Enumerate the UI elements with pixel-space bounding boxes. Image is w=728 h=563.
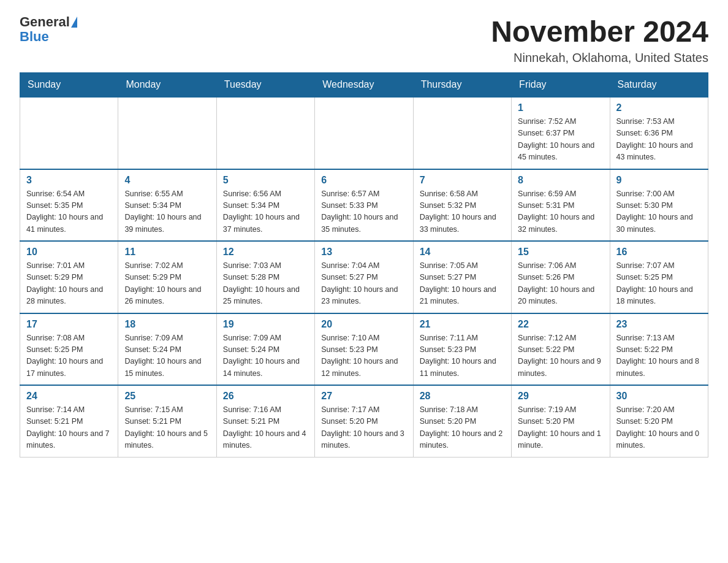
day-info: Sunrise: 6:56 AMSunset: 5:34 PMDaylight:… xyxy=(223,190,300,234)
day-info: Sunrise: 7:03 AMSunset: 5:28 PMDaylight:… xyxy=(223,261,300,305)
month-title: November 2024 xyxy=(491,15,708,48)
day-number: 8 xyxy=(518,175,603,186)
day-number: 30 xyxy=(616,391,702,402)
calendar-header-row: SundayMondayTuesdayWednesdayThursdayFrid… xyxy=(20,73,708,98)
calendar-cell: 15Sunrise: 7:06 AMSunset: 5:26 PMDayligh… xyxy=(512,241,610,313)
day-number: 25 xyxy=(124,391,210,402)
day-info: Sunrise: 7:19 AMSunset: 5:20 PMDaylight:… xyxy=(518,405,601,450)
calendar-cell: 17Sunrise: 7:08 AMSunset: 5:25 PMDayligh… xyxy=(20,313,118,386)
calendar-cell: 28Sunrise: 7:18 AMSunset: 5:20 PMDayligh… xyxy=(413,385,511,457)
day-number: 18 xyxy=(124,319,210,330)
day-info: Sunrise: 7:12 AMSunset: 5:22 PMDaylight:… xyxy=(518,334,601,378)
day-info: Sunrise: 7:52 AMSunset: 6:37 PMDaylight:… xyxy=(518,117,594,161)
calendar-cell: 4Sunrise: 6:55 AMSunset: 5:34 PMDaylight… xyxy=(118,169,216,242)
calendar-cell: 3Sunrise: 6:54 AMSunset: 5:35 PMDaylight… xyxy=(20,169,118,242)
col-header-thursday: Thursday xyxy=(413,73,511,98)
day-info: Sunrise: 7:16 AMSunset: 5:21 PMDaylight:… xyxy=(223,405,306,450)
location-subtitle: Ninnekah, Oklahoma, United States xyxy=(491,51,708,65)
calendar-cell: 30Sunrise: 7:20 AMSunset: 5:20 PMDayligh… xyxy=(610,385,708,457)
day-info: Sunrise: 7:11 AMSunset: 5:23 PMDaylight:… xyxy=(420,334,496,378)
calendar-cell: 2Sunrise: 7:53 AMSunset: 6:36 PMDaylight… xyxy=(610,97,708,169)
col-header-monday: Monday xyxy=(118,73,216,98)
logo-blue-text: Blue xyxy=(20,29,49,44)
logo-general-text: General xyxy=(20,15,70,29)
day-info: Sunrise: 7:02 AMSunset: 5:29 PMDaylight:… xyxy=(124,261,201,305)
col-header-sunday: Sunday xyxy=(20,73,118,98)
calendar-cell xyxy=(413,97,511,169)
calendar-cell: 27Sunrise: 7:17 AMSunset: 5:20 PMDayligh… xyxy=(315,385,413,457)
day-number: 14 xyxy=(420,247,505,258)
day-number: 13 xyxy=(321,247,406,258)
calendar-cell: 6Sunrise: 6:57 AMSunset: 5:33 PMDaylight… xyxy=(315,169,413,242)
page-header: General Blue November 2024 Ninnekah, Okl… xyxy=(20,15,708,65)
day-info: Sunrise: 7:07 AMSunset: 5:25 PMDaylight:… xyxy=(616,261,693,305)
day-number: 5 xyxy=(223,175,308,186)
day-info: Sunrise: 6:57 AMSunset: 5:33 PMDaylight:… xyxy=(321,190,398,234)
day-info: Sunrise: 6:58 AMSunset: 5:32 PMDaylight:… xyxy=(420,190,496,234)
calendar-cell: 22Sunrise: 7:12 AMSunset: 5:22 PMDayligh… xyxy=(512,313,610,386)
day-number: 9 xyxy=(616,175,702,186)
day-number: 28 xyxy=(420,391,505,402)
calendar-cell: 25Sunrise: 7:15 AMSunset: 5:21 PMDayligh… xyxy=(118,385,216,457)
calendar-cell: 23Sunrise: 7:13 AMSunset: 5:22 PMDayligh… xyxy=(610,313,708,386)
day-info: Sunrise: 7:15 AMSunset: 5:21 PMDaylight:… xyxy=(124,405,208,450)
day-number: 21 xyxy=(420,319,505,330)
calendar-cell: 11Sunrise: 7:02 AMSunset: 5:29 PMDayligh… xyxy=(118,241,216,313)
day-info: Sunrise: 7:14 AMSunset: 5:21 PMDaylight:… xyxy=(26,405,110,450)
day-number: 16 xyxy=(616,247,702,258)
day-number: 7 xyxy=(420,175,505,186)
day-info: Sunrise: 7:05 AMSunset: 5:27 PMDaylight:… xyxy=(420,261,496,305)
day-number: 6 xyxy=(321,175,406,186)
day-number: 12 xyxy=(223,247,308,258)
day-number: 23 xyxy=(616,319,702,330)
day-number: 1 xyxy=(518,102,603,113)
day-number: 15 xyxy=(518,247,603,258)
calendar-cell xyxy=(315,97,413,169)
day-info: Sunrise: 7:08 AMSunset: 5:25 PMDaylight:… xyxy=(26,334,103,378)
day-info: Sunrise: 7:17 AMSunset: 5:20 PMDaylight:… xyxy=(321,405,404,450)
day-info: Sunrise: 6:55 AMSunset: 5:34 PMDaylight:… xyxy=(124,190,201,234)
day-info: Sunrise: 7:20 AMSunset: 5:20 PMDaylight:… xyxy=(616,405,700,450)
calendar-cell xyxy=(216,97,314,169)
calendar-cell: 29Sunrise: 7:19 AMSunset: 5:20 PMDayligh… xyxy=(512,385,610,457)
calendar-cell: 20Sunrise: 7:10 AMSunset: 5:23 PMDayligh… xyxy=(315,313,413,386)
day-info: Sunrise: 6:59 AMSunset: 5:31 PMDaylight:… xyxy=(518,190,594,234)
week-row-5: 24Sunrise: 7:14 AMSunset: 5:21 PMDayligh… xyxy=(20,385,708,457)
col-header-tuesday: Tuesday xyxy=(216,73,314,98)
calendar-cell: 18Sunrise: 7:09 AMSunset: 5:24 PMDayligh… xyxy=(118,313,216,386)
day-number: 27 xyxy=(321,391,406,402)
day-info: Sunrise: 7:04 AMSunset: 5:27 PMDaylight:… xyxy=(321,261,398,305)
day-number: 20 xyxy=(321,319,406,330)
day-info: Sunrise: 7:09 AMSunset: 5:24 PMDaylight:… xyxy=(124,334,201,378)
week-row-3: 10Sunrise: 7:01 AMSunset: 5:29 PMDayligh… xyxy=(20,241,708,313)
calendar-cell: 13Sunrise: 7:04 AMSunset: 5:27 PMDayligh… xyxy=(315,241,413,313)
day-number: 3 xyxy=(26,175,112,186)
day-info: Sunrise: 7:06 AMSunset: 5:26 PMDaylight:… xyxy=(518,261,594,305)
col-header-wednesday: Wednesday xyxy=(315,73,413,98)
calendar-cell: 24Sunrise: 7:14 AMSunset: 5:21 PMDayligh… xyxy=(20,385,118,457)
calendar-cell xyxy=(118,97,216,169)
calendar-cell: 5Sunrise: 6:56 AMSunset: 5:34 PMDaylight… xyxy=(216,169,314,242)
day-number: 19 xyxy=(223,319,308,330)
calendar-cell: 10Sunrise: 7:01 AMSunset: 5:29 PMDayligh… xyxy=(20,241,118,313)
day-number: 29 xyxy=(518,391,603,402)
day-info: Sunrise: 7:01 AMSunset: 5:29 PMDaylight:… xyxy=(26,261,103,305)
day-info: Sunrise: 7:18 AMSunset: 5:20 PMDaylight:… xyxy=(420,405,503,450)
calendar-cell: 9Sunrise: 7:00 AMSunset: 5:30 PMDaylight… xyxy=(610,169,708,242)
day-info: Sunrise: 7:00 AMSunset: 5:30 PMDaylight:… xyxy=(616,190,693,234)
calendar-cell: 26Sunrise: 7:16 AMSunset: 5:21 PMDayligh… xyxy=(216,385,314,457)
calendar-cell: 1Sunrise: 7:52 AMSunset: 6:37 PMDaylight… xyxy=(512,97,610,169)
col-header-saturday: Saturday xyxy=(610,73,708,98)
week-row-4: 17Sunrise: 7:08 AMSunset: 5:25 PMDayligh… xyxy=(20,313,708,386)
calendar-cell xyxy=(20,97,118,169)
day-number: 22 xyxy=(518,319,603,330)
calendar-cell: 21Sunrise: 7:11 AMSunset: 5:23 PMDayligh… xyxy=(413,313,511,386)
day-number: 4 xyxy=(124,175,210,186)
calendar-cell: 14Sunrise: 7:05 AMSunset: 5:27 PMDayligh… xyxy=(413,241,511,313)
calendar-cell: 12Sunrise: 7:03 AMSunset: 5:28 PMDayligh… xyxy=(216,241,314,313)
day-info: Sunrise: 7:10 AMSunset: 5:23 PMDaylight:… xyxy=(321,334,398,378)
day-info: Sunrise: 7:53 AMSunset: 6:36 PMDaylight:… xyxy=(616,117,693,161)
week-row-2: 3Sunrise: 6:54 AMSunset: 5:35 PMDaylight… xyxy=(20,169,708,242)
week-row-1: 1Sunrise: 7:52 AMSunset: 6:37 PMDaylight… xyxy=(20,97,708,169)
logo-triangle-icon xyxy=(71,17,77,28)
